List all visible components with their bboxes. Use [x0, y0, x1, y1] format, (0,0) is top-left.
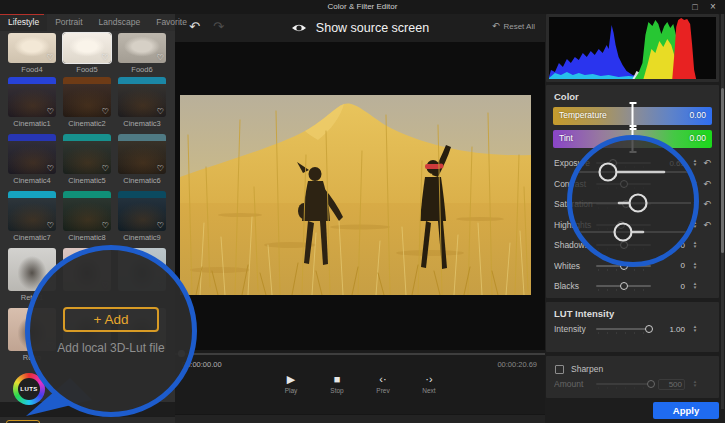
intensity-value: 1.00	[658, 325, 685, 334]
preset-thumbnail[interactable]: ♡	[63, 191, 111, 231]
preset-label: Cinematic2	[63, 119, 111, 128]
preset-thumbnail[interactable]: ♡	[118, 191, 166, 231]
sharpen-label: Sharpen	[571, 364, 603, 374]
preset-item-cinematic4[interactable]: ♡Cinematic4	[8, 134, 56, 185]
preset-thumbnail[interactable]: ♡	[8, 191, 56, 231]
blacks-row: Blacks0▲▼↶	[546, 276, 719, 297]
stepper-down-icon[interactable]: ▼	[693, 163, 697, 167]
exposure-reset-icon[interactable]: ↶	[700, 158, 714, 168]
preset-thumbnail[interactable]: ♡	[8, 134, 56, 174]
lut-intensity-card: LUT Intensity Intensity1.00▲▼↶	[546, 302, 719, 352]
play-button[interactable]: ▶Play	[277, 372, 305, 394]
preset-thumbnail[interactable]: ♡	[118, 33, 166, 63]
preset-item-food4[interactable]: ♡Food4	[8, 33, 56, 74]
histogram	[549, 17, 716, 79]
preset-thumbnail[interactable]: ♡	[63, 77, 111, 117]
playback-controls: ▶Play■Stop‹·Prev·›Next	[175, 372, 545, 394]
intensity-handle[interactable]	[645, 325, 653, 333]
preset-item-cinematic6[interactable]: ♡Cinematic6	[118, 134, 166, 185]
highlights-reset-icon[interactable]: ↶	[700, 220, 714, 230]
show-source-toggle[interactable]: Show source screen	[175, 14, 545, 42]
amount-stepper[interactable]: ▲▼	[690, 380, 700, 388]
amount-slider[interactable]	[596, 378, 651, 390]
window-title: Color & Filter Editor	[0, 2, 725, 11]
stepper-down-icon[interactable]: ▼	[693, 384, 697, 388]
stepper-down-icon[interactable]: ▼	[693, 245, 697, 249]
stepper-down-icon[interactable]: ▼	[693, 329, 697, 333]
preset-item-cinematic5[interactable]: ♡Cinematic5	[63, 134, 111, 185]
blacks-handle[interactable]	[620, 282, 628, 290]
maximize-button[interactable]: □	[687, 1, 703, 13]
thumbnail-color-bar	[118, 134, 166, 141]
heart-icon[interactable]: ♡	[157, 165, 164, 173]
sharpen-checkbox[interactable]	[555, 365, 564, 374]
apply-button[interactable]: Apply	[653, 402, 719, 419]
panel-scrollbar-thumb[interactable]	[721, 88, 724, 253]
histogram-blue	[549, 25, 648, 79]
shadows-stepper[interactable]: ▲▼	[690, 241, 700, 249]
preset-thumbnail[interactable]: ♡	[8, 33, 56, 63]
tab-portrait[interactable]: Portrait	[47, 14, 90, 31]
whites-label: Whites	[554, 261, 596, 271]
stop-button[interactable]: ■Stop	[323, 372, 351, 394]
prev-button[interactable]: ‹·Prev	[369, 372, 397, 394]
close-button[interactable]: ×	[705, 1, 721, 13]
color-filter-editor-window: Color & Filter Editor □ × LifestylePortr…	[0, 0, 725, 423]
amount-handle[interactable]	[647, 380, 655, 388]
stepper-down-icon[interactable]: ▼	[693, 286, 697, 290]
reset-all-button[interactable]: ↶ Reset All	[492, 21, 535, 31]
preset-item-food5[interactable]: ♡Food5	[63, 33, 111, 74]
blacks-label: Blacks	[554, 281, 596, 291]
lut-section-title: LUT Intensity	[546, 302, 719, 319]
heart-icon[interactable]: ♡	[47, 165, 54, 173]
blacks-slider[interactable]	[596, 280, 651, 292]
play-icon: ▶	[277, 372, 305, 386]
tab-favorite[interactable]: Favorite	[148, 14, 195, 31]
thumbnail-color-bar	[63, 77, 111, 84]
sharpen-card: Sharpen Amount500▲▼↶	[546, 356, 719, 398]
preset-item-cinematic7[interactable]: ♡Cinematic7	[8, 191, 56, 242]
tab-landscape[interactable]: Landscape	[91, 14, 149, 31]
intensity-stepper[interactable]: ▲▼	[690, 325, 700, 333]
preset-item-cinematic2[interactable]: ♡Cinematic2	[63, 77, 111, 128]
heart-icon[interactable]: ♡	[102, 222, 109, 230]
preset-item-cinematic8[interactable]: ♡Cinematic8	[63, 191, 111, 242]
amount-label: Amount	[554, 379, 596, 389]
preset-thumbnail[interactable]: ♡	[8, 77, 56, 117]
timeline-track[interactable]	[175, 353, 545, 355]
preset-thumbnail[interactable]: ♡	[63, 33, 111, 63]
preset-item-food6[interactable]: ♡Food6	[118, 33, 166, 74]
preset-item-cinematic1[interactable]: ♡Cinematic1	[8, 77, 56, 128]
heart-icon[interactable]: ♡	[47, 108, 54, 116]
heart-icon[interactable]: ♡	[102, 108, 109, 116]
preset-item-cinematic3[interactable]: ♡Cinematic3	[118, 77, 166, 128]
heart-icon[interactable]: ♡	[47, 54, 54, 62]
intensity-slider[interactable]	[596, 323, 651, 335]
tab-lifestyle[interactable]: Lifestyle	[0, 14, 47, 31]
preset-thumbnail[interactable]: ♡	[118, 134, 166, 174]
heart-icon[interactable]: ♡	[102, 54, 109, 62]
heart-icon[interactable]: ♡	[102, 165, 109, 173]
contrast-reset-icon[interactable]: ↶	[700, 179, 714, 189]
preset-item-cinematic9[interactable]: ♡Cinematic9	[118, 191, 166, 242]
temperature-label: Temperature	[559, 110, 607, 120]
exposure-stepper[interactable]: ▲▼	[690, 159, 700, 167]
add-lut-button-magnified[interactable]: + Add	[63, 307, 159, 332]
heart-icon[interactable]: ♡	[157, 222, 164, 230]
thumbnail-color-bar	[8, 191, 56, 198]
next-button[interactable]: ·›Next	[415, 372, 443, 394]
intensity-label: Intensity	[554, 324, 596, 334]
heart-icon[interactable]: ♡	[47, 222, 54, 230]
heart-icon[interactable]: ♡	[157, 108, 164, 116]
tint-value: 0.00	[689, 133, 706, 143]
whites-stepper[interactable]: ▲▼	[690, 262, 700, 270]
preset-thumbnail[interactable]: ♡	[63, 134, 111, 174]
preset-label: Cinematic6	[118, 176, 166, 185]
temperature-slider[interactable]: Temperature 0.00	[553, 107, 712, 125]
heart-icon[interactable]: ♡	[157, 54, 164, 62]
saturation-reset-icon[interactable]: ↶	[700, 199, 714, 209]
stepper-down-icon[interactable]: ▼	[693, 266, 697, 270]
blacks-stepper[interactable]: ▲▼	[690, 282, 700, 290]
preset-thumbnail[interactable]: ♡	[118, 77, 166, 117]
thumbnail-color-bar	[118, 191, 166, 198]
